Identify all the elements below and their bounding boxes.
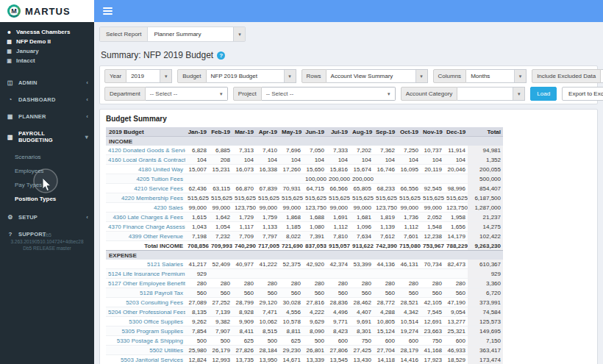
value-cell: 17,923 bbox=[421, 355, 444, 364]
account-link[interactable]: 4399 Other Revenue bbox=[129, 233, 183, 240]
account-link[interactable]: 5300 Office Supplies bbox=[129, 318, 183, 325]
table-row: 5502 Utilities25,98026,17927,82628,18429… bbox=[106, 346, 503, 355]
value-cell: 560 bbox=[209, 288, 232, 298]
sidebar-item-admin[interactable]: ◫ ADMIN ‹ bbox=[0, 74, 94, 91]
value-cell: 42,105 bbox=[421, 298, 444, 307]
account-link[interactable]: 5305 Program Supplies bbox=[121, 328, 183, 335]
load-button[interactable]: Load bbox=[530, 87, 557, 101]
value-cell: 99,000 bbox=[327, 203, 350, 213]
value-cell: 99,000 bbox=[256, 203, 279, 213]
value-cell: 99,000 bbox=[209, 203, 232, 213]
row-label-cell: 5128 Payroll Tax bbox=[106, 288, 185, 298]
sidebar-item-setup[interactable]: ⚙ SETUP ‹ bbox=[0, 209, 94, 226]
value-cell: 7,471 bbox=[256, 307, 279, 317]
account-link[interactable]: 5503 Janitorial Services bbox=[121, 357, 183, 363]
rows-select[interactable]: Account View Summary ▾ bbox=[327, 69, 428, 83]
department-select[interactable]: -- Select -- ▼ bbox=[146, 87, 228, 101]
columns-select[interactable]: Months ▾ bbox=[466, 69, 527, 83]
value-cell: 560 bbox=[350, 288, 374, 298]
account-link[interactable]: 4180 United Way bbox=[138, 166, 183, 173]
account-link[interactable]: 5127 Other Employee Benefits bbox=[108, 280, 185, 287]
sidebar-item-employees[interactable]: Employees bbox=[0, 164, 94, 178]
account-link[interactable]: 4160 Local Grants & Contracts bbox=[108, 157, 185, 163]
row-label-cell: 4399 Other Revenue bbox=[106, 232, 185, 241]
account-category-select[interactable]: ▾ bbox=[457, 87, 525, 101]
account-link[interactable]: 5203 Consulting Fees bbox=[126, 299, 183, 306]
project-label: Project bbox=[233, 87, 262, 101]
value-cell: 98,996 bbox=[444, 184, 468, 193]
account-link[interactable]: 4370 Finance Charge Assessments bbox=[108, 224, 185, 230]
value-cell: 515,625 bbox=[256, 193, 279, 203]
value-cell: 7,545 bbox=[421, 307, 444, 317]
value-cell: 515,625 bbox=[350, 193, 374, 203]
account-link[interactable]: 4205 Tuition Fees bbox=[136, 176, 183, 182]
value-cell: 280 bbox=[374, 279, 397, 288]
account-link[interactable]: 5204 Other Professional Fees bbox=[108, 309, 185, 315]
value-cell: 68,233 bbox=[374, 184, 397, 193]
sidebar-item-planner[interactable]: ▦ PLANNER ‹ bbox=[0, 108, 94, 125]
value-cell: 742,390 bbox=[374, 241, 397, 251]
account-link[interactable]: 4360 Late Charges & Fees bbox=[113, 214, 183, 221]
account-link[interactable]: 4220 Membership Fees bbox=[121, 195, 183, 201]
column-header: Dec-19 bbox=[444, 127, 468, 137]
value-cell: 1,868 bbox=[279, 213, 303, 222]
value-cell: 9,382 bbox=[209, 317, 232, 326]
column-header: Jan-19 bbox=[185, 127, 209, 137]
value-cell: 7,313 bbox=[232, 146, 256, 155]
chevron-down-icon: ▼ bbox=[387, 92, 395, 96]
value-cell: 500 bbox=[185, 336, 209, 346]
value-cell: 7,612 bbox=[374, 232, 397, 241]
year-select[interactable]: 2019 ▾ bbox=[126, 69, 172, 83]
value-cell: 14,179 bbox=[444, 232, 468, 241]
value-cell: 1,117 bbox=[232, 222, 256, 232]
account-link[interactable]: 4120 Donated Goods & Services bbox=[108, 147, 185, 154]
help-icon[interactable]: ? bbox=[217, 51, 225, 60]
sidebar-item-pay-types[interactable]: Pay Types bbox=[0, 178, 94, 192]
account-link[interactable]: 4210 Service Fees bbox=[134, 185, 183, 192]
account-link[interactable]: 5502 Utilities bbox=[149, 347, 183, 354]
hamburger-menu-icon[interactable] bbox=[103, 7, 113, 15]
value-cell: 27,704 bbox=[374, 346, 397, 355]
account-link[interactable]: 4230 Sales bbox=[154, 204, 183, 211]
integration-label: ▣ Intacct bbox=[6, 56, 94, 65]
row-label-cell: 4360 Late Charges & Fees bbox=[106, 213, 185, 222]
project-select[interactable]: -- Select -- ▼ bbox=[262, 87, 396, 101]
value-cell: 13,950 bbox=[256, 355, 279, 364]
value-cell: 99,000 bbox=[397, 203, 421, 213]
table-row: 5330 Postage & Shipping50050062550062550… bbox=[106, 336, 503, 346]
value-cell: 7,391 bbox=[303, 232, 327, 241]
account-link[interactable]: 5124 Life Insurance Premium bbox=[108, 271, 185, 277]
value-cell: 14,416 bbox=[397, 355, 421, 364]
value-cell: 41,222 bbox=[256, 260, 279, 269]
value-cell: 16,338 bbox=[256, 165, 279, 174]
account-link[interactable]: 5330 Postage & Shipping bbox=[117, 338, 183, 344]
value-cell bbox=[303, 269, 327, 279]
value-cell: 15,231 bbox=[209, 165, 232, 174]
account-link[interactable]: 5128 Payroll Tax bbox=[140, 290, 183, 296]
value-cell: 102,422 bbox=[468, 232, 503, 241]
value-cell: 21,237 bbox=[468, 213, 503, 222]
sidebar-item-payroll-budgeting[interactable]: ▥ PAYROLL BUDGETING ▾ bbox=[0, 125, 94, 149]
sidebar-item-scenarios[interactable]: Scenarios bbox=[0, 150, 94, 164]
value-cell bbox=[327, 269, 350, 279]
value-cell: 62,436 bbox=[185, 184, 209, 193]
report-selector: Select Report Planner Summary ▾ bbox=[99, 26, 246, 42]
chevron-left-icon: ‹ bbox=[86, 113, 88, 120]
export-to-excel-button[interactable]: Export to Excel bbox=[562, 87, 603, 101]
account-link[interactable]: 5121 Salaries bbox=[147, 261, 183, 268]
report-select[interactable]: Planner Summary ▾ bbox=[148, 27, 245, 41]
value-cell: 104 bbox=[232, 155, 256, 165]
value-cell: 515,625 bbox=[374, 193, 397, 203]
value-cell: 15,650 bbox=[303, 165, 327, 174]
filter-include-excluded: Include Excluded Data bbox=[532, 69, 603, 83]
sidebar-item-dashboard[interactable]: ◔ DASHBOARD ‹ bbox=[0, 91, 94, 108]
value-cell: 11,914 bbox=[444, 146, 468, 155]
budget-select[interactable]: NFP 2019 Budget ▾ bbox=[207, 69, 296, 83]
sidebar-item-position-types[interactable]: Position Types bbox=[0, 192, 94, 206]
value-cell: 708,856 bbox=[185, 241, 209, 251]
value-cell: 14,671 bbox=[279, 355, 303, 364]
value-cell: 27,826 bbox=[232, 346, 256, 355]
rows-label: Rows bbox=[302, 69, 327, 83]
logo[interactable]: M MARTUS bbox=[0, 0, 94, 22]
value-cell: 27,089 bbox=[185, 298, 209, 307]
